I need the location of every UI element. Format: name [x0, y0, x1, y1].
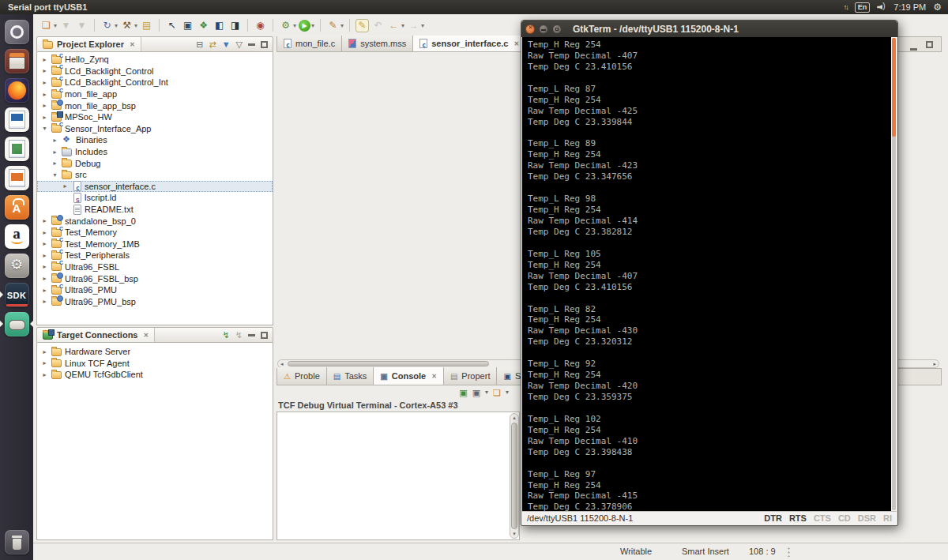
tree-item-includes[interactable]: ▸Includes	[37, 146, 273, 158]
pin-caret-icon[interactable]: ▾	[485, 389, 488, 396]
editor-tab-sensor-interface-c[interactable]: sensor_interface.c✕	[413, 36, 526, 51]
scroll-up-icon[interactable]: ▴	[510, 415, 518, 421]
launcher-dash-home[interactable]	[0, 17, 33, 47]
launcher-amazon[interactable]	[0, 222, 33, 251]
tree-item-mon-file-app-bsp[interactable]: ▸mon_file_app_bsp	[37, 100, 273, 111]
launcher-system-settings[interactable]	[0, 251, 33, 280]
launcher-gtkterm[interactable]	[0, 310, 33, 339]
tree-item-lscript-ld[interactable]: lscript.ld	[37, 192, 273, 204]
tree-item-sensor-interface-app[interactable]: ▾Sensor_Interface_App	[37, 123, 273, 135]
run-icon[interactable]: ▶	[299, 20, 310, 32]
back-icon[interactable]: ←	[387, 19, 401, 32]
console-tab-tasks[interactable]: ▤Tasks	[327, 367, 374, 385]
expander-icon[interactable]: ▸	[41, 67, 48, 74]
expander-icon[interactable]: ▸	[41, 240, 48, 247]
new-wizard-dropdown-icon[interactable]: ▾	[54, 22, 57, 29]
refresh-icon[interactable]: ↻	[100, 19, 114, 32]
boot-image-icon[interactable]: ◨	[228, 19, 242, 32]
expander-icon[interactable]: ▸	[41, 287, 48, 294]
launcher-xilinx-sdk[interactable]: SDK	[0, 280, 33, 310]
back-dropdown-icon[interactable]: ▾	[401, 22, 404, 29]
pin-console-icon[interactable]: ▣	[472, 389, 480, 397]
editor-tab-system-mss[interactable]: system.mss	[342, 36, 413, 51]
close-window-icon[interactable]	[525, 24, 535, 34]
gtkterm-title-bar[interactable]: GtkTerm - /dev/ttyUSB1 115200-8-N-1	[521, 21, 897, 37]
open-console-icon[interactable]: ❏	[493, 389, 501, 397]
expander-icon[interactable]: ▸	[51, 137, 58, 144]
launcher-files[interactable]	[0, 47, 33, 76]
run-dropdown-icon[interactable]: ▾	[311, 22, 314, 29]
tree-item-mpsoc-hw[interactable]: ▸MPSoc_HW	[37, 111, 273, 123]
tree-item-standalone-bsp-0[interactable]: ▸standalone_bsp_0	[37, 215, 273, 227]
expander-icon[interactable]: ▸	[41, 217, 48, 224]
close-tab-icon[interactable]: ✕	[514, 40, 519, 47]
tree-item-ultra96-pmu[interactable]: ▸Ultra96_PMU	[37, 284, 273, 296]
refresh-dropdown-icon[interactable]: ▾	[115, 22, 118, 29]
expander-icon[interactable]: ▸	[41, 102, 48, 109]
launcher-libreoffice-impress[interactable]	[0, 163, 33, 193]
console-tab-console[interactable]: ▣Console✕	[374, 367, 444, 385]
maximize-view-icon[interactable]	[261, 41, 268, 48]
build-icon[interactable]: ⚒	[120, 19, 134, 32]
editor-hscroll-thumb[interactable]	[288, 361, 489, 366]
close-view-icon[interactable]: ✕	[143, 332, 149, 339]
expander-icon[interactable]: ▸	[41, 114, 48, 121]
minimize-view-icon[interactable]	[248, 334, 255, 336]
minimize-view-icon[interactable]	[248, 43, 255, 46]
maximize-window-icon[interactable]	[552, 24, 562, 34]
launcher-libreoffice-writer[interactable]	[0, 105, 33, 134]
tree-item-lcd-backlight-control[interactable]: ▸LCd_Backlight_Control	[37, 66, 273, 77]
expander-icon[interactable]: ▸	[62, 182, 69, 190]
scroll-right-icon[interactable]: ▸	[933, 360, 936, 368]
session-gear-icon[interactable]: ⚙	[933, 2, 942, 13]
tree-item-binaries[interactable]: ▸Binaries	[37, 134, 273, 146]
debug-config-icon[interactable]: ⚙	[279, 19, 292, 32]
select-tool-icon[interactable]: ↖	[165, 19, 179, 32]
terminal-scroll-thumb[interactable]	[892, 38, 896, 137]
tree-item-src[interactable]: ▾src	[37, 169, 273, 181]
tree-item-test-memory-1mb[interactable]: ▸Test_Memory_1MB	[37, 239, 273, 250]
expander-icon[interactable]: ▸	[41, 371, 48, 378]
expander-icon[interactable]: ▸	[41, 91, 48, 98]
volume-icon[interactable]	[877, 3, 886, 11]
external-tools-dropdown-icon[interactable]: ▾	[340, 22, 344, 29]
launcher-ubuntu-software[interactable]	[0, 193, 33, 222]
collapse-all-icon[interactable]: ⊟	[196, 40, 203, 49]
link-with-editor-icon[interactable]: ⇄	[209, 40, 216, 49]
console-output[interactable]	[276, 412, 520, 540]
expander-icon[interactable]: ▸	[41, 275, 48, 282]
maximize-editor-icon[interactable]	[926, 37, 933, 51]
launcher-trash[interactable]	[0, 528, 33, 557]
new-target-connection-icon[interactable]: ↯	[223, 331, 230, 340]
close-view-icon[interactable]: ✕	[130, 41, 135, 48]
console-tab-propert[interactable]: ▤Propert	[444, 367, 498, 385]
console-vscrollbar[interactable]: ▴ ▾	[510, 413, 519, 539]
scroll-down-icon[interactable]: ▾	[510, 531, 518, 537]
expander-icon[interactable]: ▸	[41, 359, 48, 366]
expander-icon[interactable]: ▸	[51, 160, 58, 167]
tree-item-linux-tcf-agent[interactable]: ▸Linux TCF Agent	[37, 358, 273, 370]
minimize-window-icon[interactable]	[539, 24, 548, 34]
external-tools-icon[interactable]: ✎	[326, 19, 340, 32]
tree-item-sensor-interface-c[interactable]: ▸sensor_interface.c	[37, 181, 273, 193]
tree-item-ultra96-fsbl[interactable]: ▸Ultra96_FSBL	[37, 261, 273, 273]
expander-icon[interactable]: ▸	[41, 79, 48, 86]
program-flash-icon[interactable]: ▤	[140, 19, 153, 32]
mark-occurrences-icon[interactable]: ✎	[356, 19, 369, 32]
terminal-view-icon[interactable]: ▣	[181, 19, 194, 32]
tree-item-debug[interactable]: ▸Debug	[37, 157, 273, 169]
tree-item-test-peripherals[interactable]: ▸Test_Peripherals	[37, 250, 273, 261]
expander-icon[interactable]: ▸	[41, 252, 48, 259]
show-console-on-output-icon[interactable]: ▣	[459, 389, 467, 397]
close-tab-icon[interactable]: ✕	[431, 373, 437, 380]
build-dropdown-icon[interactable]: ▾	[134, 22, 137, 29]
console-tab-proble[interactable]: ⚠Proble	[277, 367, 327, 385]
tree-item-mon-file-app[interactable]: ▸mon_file_app	[37, 88, 273, 100]
editor-tab-mon-file-c[interactable]: mon_file.c	[277, 36, 342, 51]
tree-item-ultra96-fsbl-bsp[interactable]: ▸Ultra96_FSBL_bsp	[37, 272, 273, 284]
tree-item-hardware-server[interactable]: ▸Hardware Server	[37, 346, 273, 358]
tree-item-qemu-tcfgdbclient[interactable]: ▸QEMU TcfGdbClient	[37, 369, 273, 381]
console-vscroll-thumb[interactable]	[511, 423, 517, 529]
filter-icon[interactable]: ▼	[222, 40, 231, 49]
minimize-editor-icon[interactable]	[910, 39, 917, 54]
